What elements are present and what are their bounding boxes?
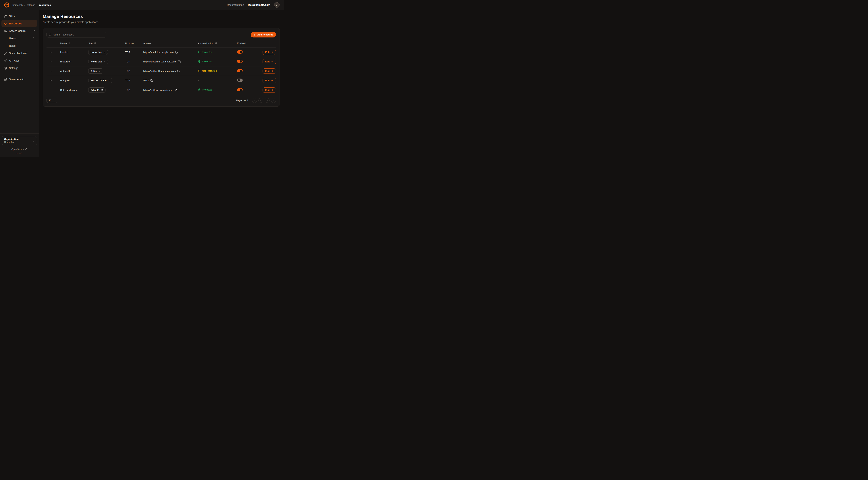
resources-icon <box>4 22 7 25</box>
sidebar-item-label: Access Control <box>9 30 26 32</box>
last-page-button[interactable] <box>271 98 276 103</box>
sidebar-item-users[interactable]: Users <box>1 35 37 41</box>
avatar[interactable]: J <box>274 2 280 8</box>
prev-page-button[interactable] <box>258 98 263 103</box>
row-menu-button[interactable] <box>46 70 54 72</box>
toggle-knob <box>238 79 240 82</box>
site-link[interactable]: Home Lab <box>88 59 108 64</box>
shield-check-icon <box>198 60 201 63</box>
search-input[interactable] <box>53 33 104 36</box>
shell: Sites Resources Access Control Users Rol <box>0 10 284 157</box>
shield-check-icon <box>198 51 201 53</box>
sidebar-item-api-keys[interactable]: API Keys <box>1 57 37 64</box>
documentation-link[interactable]: Documentation <box>227 3 244 6</box>
app-window: home-lab › settings › resources Document… <box>0 0 284 157</box>
edit-button[interactable]: Edit <box>262 87 276 93</box>
resource-access: https://immich.example.com <box>143 51 174 54</box>
sidebar-footer: Organization Home Lab Open Source v1.3.0 <box>0 133 39 157</box>
arrow-up-right-icon <box>103 51 105 53</box>
copy-icon[interactable] <box>178 60 181 63</box>
enabled-toggle[interactable] <box>237 79 243 82</box>
edit-button[interactable]: Edit <box>262 50 276 55</box>
edit-label: Edit <box>265 51 270 54</box>
user-email[interactable]: joe@example.com <box>248 3 270 6</box>
first-page-button[interactable] <box>252 98 257 103</box>
site-link[interactable]: Office <box>88 68 103 74</box>
header-enabled: Enabled <box>237 42 262 45</box>
row-menu-button[interactable] <box>46 89 54 91</box>
sidebar: Sites Resources Access Control Users Rol <box>0 10 39 157</box>
sidebar-item-roles[interactable]: Roles <box>1 42 37 49</box>
resource-access: https://bitwarden.example.com <box>143 60 177 63</box>
sidebar-item-label: Server Admin <box>9 78 24 81</box>
header-label: Authentication <box>198 42 214 45</box>
sidebar-item-resources[interactable]: Resources <box>1 20 37 27</box>
chevron-right-icon <box>266 99 268 101</box>
chevrons-left-icon <box>253 99 256 101</box>
row-menu-button[interactable] <box>46 79 54 82</box>
site-link[interactable]: Home Lab <box>88 50 108 55</box>
enabled-toggle[interactable] <box>237 88 243 91</box>
edit-button[interactable]: Edit <box>262 78 276 83</box>
page-size-select[interactable]: 20 <box>46 98 57 103</box>
site-name: Home Lab <box>91 51 102 54</box>
row-menu-button[interactable] <box>46 60 54 63</box>
ellipsis-icon <box>50 51 52 54</box>
edit-label: Edit <box>265 70 270 72</box>
copy-icon[interactable] <box>177 70 180 72</box>
sidebar-item-label: Roles <box>9 44 16 47</box>
add-resource-button[interactable]: Add Resource <box>251 32 276 37</box>
topbar-right: Documentation joe@example.com J <box>227 2 280 8</box>
sidebar-item-sites[interactable]: Sites <box>1 13 37 19</box>
header-label: Enabled <box>237 42 246 45</box>
organization-label: Organization <box>4 138 19 141</box>
arrow-right-icon <box>271 51 273 53</box>
arrow-up-right-icon <box>99 70 101 72</box>
auth-status-badge: - <box>198 79 199 82</box>
next-page-button[interactable] <box>265 98 270 103</box>
header-label: Protocol <box>125 42 134 45</box>
copy-icon[interactable] <box>175 89 177 91</box>
breadcrumb-org[interactable]: home-lab <box>12 4 23 6</box>
copy-icon[interactable] <box>175 51 178 54</box>
enabled-toggle[interactable] <box>237 50 243 54</box>
page-title: Manage Resources <box>43 14 280 19</box>
page-size-value: 20 <box>49 99 51 102</box>
table-header: Name Site Protocol Access Authentication <box>46 39 276 48</box>
auth-status-badge: Protected <box>198 60 212 63</box>
header-name[interactable]: Name <box>60 42 88 45</box>
site-link[interactable]: Second Office <box>88 78 112 83</box>
resource-protocol: TCP <box>125 79 143 82</box>
auth-status-label: Not Protected <box>202 69 217 72</box>
sidebar-item-access-control[interactable]: Access Control <box>1 28 37 34</box>
table-row: Postgres Second Office TCP 5432 - Edit <box>46 76 276 85</box>
header-site[interactable]: Site <box>88 42 125 45</box>
access-control-icon <box>4 29 7 33</box>
open-source-link[interactable]: Open Source <box>2 148 37 151</box>
copy-icon[interactable] <box>150 79 153 82</box>
sidebar-item-shareable-links[interactable]: Shareable Links <box>1 50 37 57</box>
arrow-right-icon <box>271 79 273 82</box>
edit-button[interactable]: Edit <box>262 59 276 64</box>
row-menu-button[interactable] <box>46 51 54 54</box>
site-link[interactable]: Edge 01 <box>88 87 105 93</box>
enabled-toggle[interactable] <box>237 60 243 63</box>
sort-icon <box>94 42 96 44</box>
resource-protocol: TCP <box>125 70 143 72</box>
edit-button[interactable]: Edit <box>262 68 276 74</box>
ellipsis-icon <box>50 70 52 72</box>
enabled-toggle[interactable] <box>237 69 243 72</box>
site-name: Edge 01 <box>91 89 100 91</box>
topbar: home-lab › settings › resources Document… <box>0 0 284 10</box>
header-authentication[interactable]: Authentication <box>198 42 237 45</box>
header-label: Name <box>60 42 67 45</box>
ellipsis-icon <box>50 89 52 91</box>
breadcrumb: home-lab › settings › resources <box>12 4 51 6</box>
plus-icon <box>253 33 256 36</box>
organization-selector[interactable]: Organization Home Lab <box>2 136 37 145</box>
auth-status-badge: Protected <box>198 88 212 91</box>
sidebar-item-server-admin[interactable]: Server Admin <box>1 76 37 83</box>
breadcrumb-settings[interactable]: settings <box>27 4 35 6</box>
sidebar-item-settings[interactable]: Settings <box>1 65 37 71</box>
sort-icon <box>215 42 217 44</box>
